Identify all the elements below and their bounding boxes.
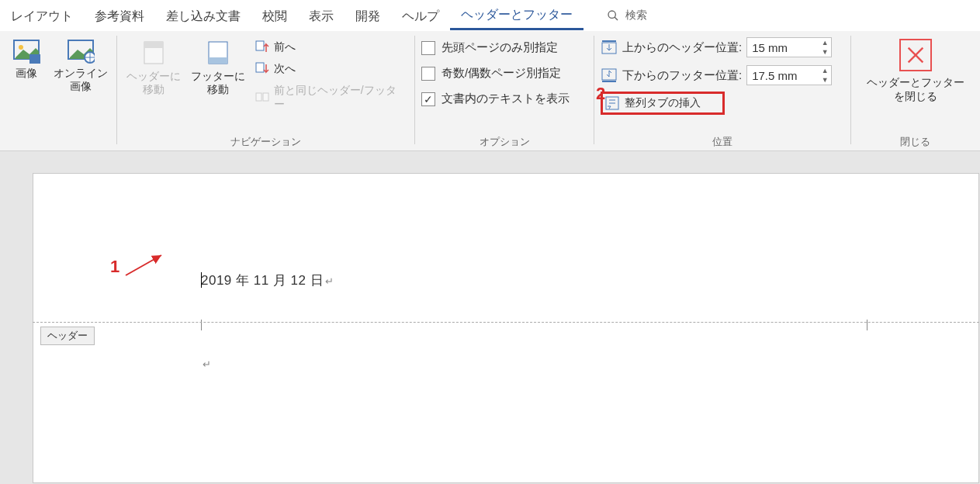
checkbox-checked-icon bbox=[421, 92, 435, 106]
svg-rect-16 bbox=[263, 93, 268, 101]
different-odd-even-checkbox[interactable]: 奇数/偶数ページ別指定 bbox=[421, 66, 570, 81]
next-label: 次へ bbox=[274, 62, 296, 76]
header-position-spinner[interactable]: 15 mm ▲▼ bbox=[746, 37, 832, 57]
svg-line-26 bbox=[126, 255, 161, 275]
previous-section-button[interactable]: 前へ bbox=[252, 39, 408, 56]
align-tab-icon bbox=[604, 95, 620, 111]
tab-review[interactable]: 校閲 bbox=[251, 2, 298, 29]
svg-rect-14 bbox=[256, 63, 264, 72]
picture-icon bbox=[12, 39, 40, 64]
header-tag: ヘッダー bbox=[40, 327, 95, 345]
search-label: 検索 bbox=[625, 9, 647, 22]
online-picture-icon bbox=[67, 39, 95, 64]
insert-picture-button[interactable]: 画像 bbox=[6, 36, 47, 83]
svg-rect-12 bbox=[209, 57, 227, 64]
checkbox-icon bbox=[421, 41, 435, 55]
header-text[interactable]: 2019 年 11 月 12 日↵ bbox=[201, 271, 334, 289]
footer-position-icon bbox=[601, 67, 618, 83]
next-section-button[interactable]: 次へ bbox=[252, 60, 408, 78]
header-position-label: 上からのヘッダー位置: bbox=[622, 40, 742, 55]
different-odd-even-label: 奇数/偶数ページ別指定 bbox=[442, 66, 561, 81]
ribbon-tabs: レイアウト 参考資料 差し込み文書 校閲 表示 開発 ヘルプ ヘッダーとフッター… bbox=[0, 0, 980, 31]
svg-rect-15 bbox=[256, 93, 261, 101]
paragraph-mark-icon: ↵ bbox=[203, 358, 211, 370]
insert-online-picture-button[interactable]: オンライン 画像 bbox=[51, 36, 110, 96]
svg-rect-13 bbox=[256, 41, 264, 50]
close-label: ヘッダーとフッター を閉じる bbox=[867, 76, 964, 104]
group-label-images bbox=[0, 133, 116, 150]
header-boundary-line bbox=[33, 322, 979, 323]
goto-footer-icon bbox=[204, 39, 232, 67]
insert-alignment-tab-button[interactable]: 整列タブの挿入 bbox=[601, 92, 725, 115]
spinner-down-icon[interactable]: ▼ bbox=[819, 75, 831, 85]
picture-label: 画像 bbox=[16, 67, 37, 80]
link-to-previous-button: 前と同じヘッダー/フッター bbox=[252, 82, 408, 113]
tab-mailings[interactable]: 差し込み文書 bbox=[155, 2, 251, 29]
footer-position-label: 下からのフッター位置: bbox=[622, 68, 742, 83]
annotation-arrow-icon bbox=[123, 252, 169, 283]
goto-footer-button[interactable]: フッターに 移動 bbox=[188, 36, 248, 99]
tab-view[interactable]: 表示 bbox=[298, 2, 345, 29]
group-label-options: オプション bbox=[415, 133, 594, 150]
svg-rect-4 bbox=[29, 54, 40, 64]
tab-layout[interactable]: レイアウト bbox=[0, 2, 84, 29]
tab-header-footer[interactable]: ヘッダーとフッター bbox=[450, 1, 583, 30]
insert-alignment-tab-label: 整列タブの挿入 bbox=[625, 96, 701, 110]
spinner-down-icon[interactable]: ▼ bbox=[819, 47, 831, 57]
previous-icon bbox=[255, 40, 269, 54]
header-date-text: 2019 年 11 月 12 日 bbox=[201, 273, 324, 288]
header-position-value: 15 mm bbox=[747, 41, 819, 54]
group-label-position: 位置 bbox=[594, 133, 850, 150]
search-icon bbox=[607, 9, 619, 22]
page[interactable]: 2019 年 11 月 12 日↵ ↵ bbox=[33, 173, 979, 483]
different-first-page-checkbox[interactable]: 先頭ページのみ別指定 bbox=[421, 40, 570, 55]
svg-rect-10 bbox=[144, 42, 163, 48]
show-document-text-checkbox[interactable]: 文書内のテキストを表示 bbox=[421, 92, 570, 106]
close-x-icon bbox=[899, 39, 932, 71]
different-first-page-label: 先頭ページのみ別指定 bbox=[442, 40, 558, 55]
show-document-text-label: 文書内のテキストを表示 bbox=[442, 92, 570, 106]
paragraph-mark-icon: ↵ bbox=[325, 275, 334, 287]
tab-references[interactable]: 参考資料 bbox=[84, 2, 155, 29]
footer-position-value: 17.5 mm bbox=[747, 69, 819, 82]
ribbon: 画像 オンライン 画像 ヘッダーに 移動 フッターに 移動 前へ bbox=[0, 31, 980, 151]
svg-line-1 bbox=[615, 17, 618, 20]
goto-header-button: ヘッダーに 移動 bbox=[123, 36, 183, 99]
footer-position-spinner[interactable]: 17.5 mm ▲▼ bbox=[746, 65, 832, 85]
checkbox-icon bbox=[421, 67, 435, 81]
close-header-footer-button[interactable]: ヘッダーとフッター を閉じる bbox=[857, 36, 974, 107]
text-cursor bbox=[201, 272, 202, 288]
spinner-up-icon[interactable]: ▲ bbox=[819, 66, 831, 75]
next-icon bbox=[255, 62, 269, 76]
group-label-close: 閉じる bbox=[900, 133, 930, 150]
annotation-1: 1 bbox=[110, 257, 119, 277]
goto-footer-label: フッターに 移動 bbox=[191, 70, 245, 96]
goto-header-label: ヘッダーに 移動 bbox=[126, 70, 181, 96]
search-box[interactable]: 検索 bbox=[607, 9, 647, 22]
online-picture-label: オンライン 画像 bbox=[54, 67, 108, 93]
previous-label: 前へ bbox=[274, 40, 296, 54]
tab-help[interactable]: ヘルプ bbox=[391, 2, 450, 29]
goto-header-icon bbox=[140, 39, 168, 67]
link-prev-label: 前と同じヘッダー/フッター bbox=[274, 84, 405, 112]
document-area: 2019 年 11 月 12 日↵ ↵ ヘッダー 1 bbox=[0, 151, 980, 484]
svg-point-3 bbox=[19, 45, 23, 50]
spinner-up-icon[interactable]: ▲ bbox=[819, 38, 831, 47]
header-position-icon bbox=[601, 40, 618, 55]
svg-point-0 bbox=[608, 11, 615, 18]
link-prev-icon bbox=[255, 91, 269, 105]
tab-developer[interactable]: 開発 bbox=[345, 2, 391, 29]
group-label-navigation: ナビゲーション bbox=[117, 133, 414, 150]
annotation-2: 2 bbox=[596, 84, 605, 104]
